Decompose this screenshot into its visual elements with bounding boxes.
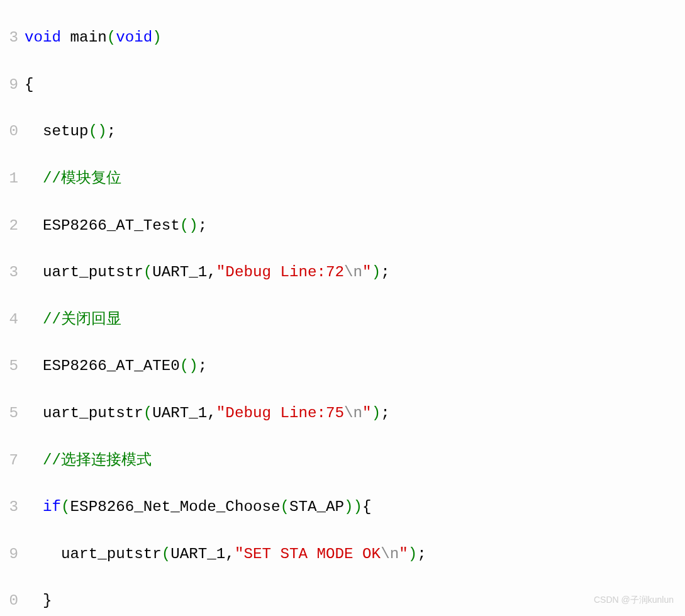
string: "SET STA MODE OK xyxy=(235,546,381,563)
code-line: ESP8266_AT_ATE0(); xyxy=(25,354,685,378)
code-line: ESP8266_AT_Test(); xyxy=(25,214,685,237)
code-line: setup(); xyxy=(25,120,685,143)
keyword-if: if xyxy=(43,498,61,515)
code-line: uart_putstr(UART_1,"Debug Line:75\n"); xyxy=(25,401,685,425)
keyword-void: void xyxy=(116,29,152,46)
line-number: 9 xyxy=(0,542,18,566)
line-number: 7 xyxy=(0,449,18,472)
line-number: 9 xyxy=(0,73,18,96)
line-number-gutter: 3 9 0 1 2 3 4 5 5 7 3 9 0 1 2 3 4 5 5 7 … xyxy=(0,0,21,616)
code-line: } xyxy=(25,589,685,612)
code-line: //模块复位 xyxy=(25,167,685,190)
keyword-void: void xyxy=(25,29,61,46)
line-number: 3 xyxy=(0,260,18,284)
watermark: CSDN @子润kunlun xyxy=(594,595,674,606)
function-name: main xyxy=(70,29,107,46)
line-number: 1 xyxy=(0,167,18,190)
code-line: { xyxy=(25,73,685,96)
escape: \n xyxy=(344,264,362,281)
string: "Debug Line:75 xyxy=(216,405,344,422)
code-line: uart_putstr(UART_1,"SET STA MODE OK\n"); xyxy=(25,542,685,566)
code-editor: 3 9 0 1 2 3 4 5 5 7 3 9 0 1 2 3 4 5 5 7 … xyxy=(0,0,685,616)
escape: \n xyxy=(344,405,362,422)
line-number: 2 xyxy=(0,214,18,237)
escape: \n xyxy=(381,546,399,563)
paren: ) xyxy=(152,29,162,46)
paren: ( xyxy=(107,29,116,46)
comment: //关闭回显 xyxy=(43,311,121,328)
code-line: void main(void) xyxy=(25,26,685,49)
line-number: 5 xyxy=(0,401,18,425)
code-content: void main(void) { setup(); //模块复位 ESP826… xyxy=(21,0,685,616)
code-line: //选择连接模式 xyxy=(25,449,685,472)
line-number: 0 xyxy=(0,120,18,143)
code-line: if(ESP8266_Net_Mode_Choose(STA_AP)){ xyxy=(25,495,685,518)
code-line: uart_putstr(UART_1,"Debug Line:72\n"); xyxy=(25,260,685,284)
line-number: 0 xyxy=(0,589,18,612)
line-number: 5 xyxy=(0,354,18,378)
line-number: 3 xyxy=(0,495,18,518)
code-line: //关闭回显 xyxy=(25,308,685,331)
string: "Debug Line:72 xyxy=(216,264,344,281)
line-number: 3 xyxy=(0,26,18,49)
line-number: 4 xyxy=(0,308,18,331)
comment: //模块复位 xyxy=(43,170,121,187)
comment: //选择连接模式 xyxy=(43,452,152,469)
